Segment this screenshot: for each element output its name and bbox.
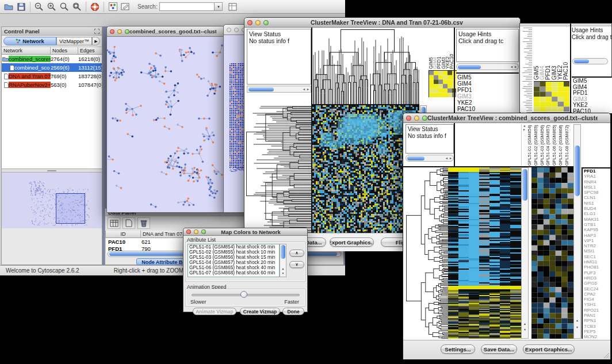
corner-zoom-heatmap[interactable]: [534, 81, 569, 112]
delete-attribute-icon[interactable]: [137, 217, 150, 229]
animate-vizmap-button[interactable]: Animate Vizmap: [193, 308, 236, 315]
close-icon[interactable]: [406, 116, 411, 121]
scroll-right-icon[interactable]: ►: [514, 65, 517, 68]
gene-list-item[interactable]: GIM3: [457, 93, 518, 99]
tv2-zoom-heatmap[interactable]: [531, 167, 573, 339]
gene-list-item[interactable]: NIS1: [584, 201, 609, 206]
panel-splitter[interactable]: [2, 168, 102, 173]
tab-network[interactable]: Network: [3, 37, 56, 45]
scroll-right-icon[interactable]: ►: [449, 156, 452, 160]
gene-list-item[interactable]: RNR4: [584, 179, 609, 185]
scroll-up-icon[interactable]: ▲: [574, 319, 580, 322]
done-button[interactable]: Done: [282, 308, 304, 315]
hscroll-thumb[interactable]: [248, 87, 274, 91]
gene-list-item[interactable]: RPO21: [584, 308, 609, 313]
minimize-icon[interactable]: [414, 116, 419, 121]
export-graphics-button[interactable]: Export Graphics...: [523, 344, 575, 354]
close-icon[interactable]: [247, 20, 253, 25]
tv2-row-dendrogram[interactable]: [406, 167, 448, 339]
corner-hscrollbar[interactable]: [572, 58, 608, 64]
tv2-gene-list[interactable]: PFD1YRA1RNR4MSL1SPC98CLN1NIS1BUD4ELG1MAK…: [582, 167, 610, 339]
zoom-selected-icon[interactable]: [58, 1, 71, 13]
scroll-left-icon[interactable]: ◄: [445, 156, 448, 160]
network-overview[interactable]: [2, 173, 102, 228]
gene-list-item[interactable]: PAN1: [584, 313, 609, 318]
resize-grip-icon[interactable]: [603, 352, 610, 359]
move-up-button[interactable]: ∧: [289, 250, 304, 256]
save-data-button[interactable]: Save Data...: [481, 344, 517, 354]
attribute-setup-icon[interactable]: [226, 1, 239, 13]
gene-list-item[interactable]: PFD1: [584, 168, 609, 174]
zoom-fit-icon[interactable]: [71, 1, 83, 13]
help-lifering-icon[interactable]: [89, 1, 101, 13]
network-list-row[interactable]: RNAPuberNov2+563(0)107847(0): [2, 81, 102, 89]
gene-list-item[interactable]: CPA2: [584, 292, 609, 297]
tab-overflow-icon[interactable]: ▶: [92, 37, 100, 45]
float-panel-icon[interactable]: [94, 29, 100, 34]
gene-list-item[interactable]: GIM4: [573, 85, 611, 91]
vscroll-thumb[interactable]: [522, 169, 527, 201]
corner-gene-list[interactable]: GIM5GIM4PFD1GIM3YKE2PAC10: [572, 76, 612, 113]
zoom-out-icon[interactable]: [33, 1, 45, 13]
network-list-row[interactable]: DNA and Tran 07769(0)183728(0): [2, 72, 102, 81]
new-attribute-icon[interactable]: [123, 217, 135, 229]
tab-vizmapper[interactable]: VizMapper™: [56, 37, 92, 45]
speed-slider-thumb[interactable]: [240, 291, 247, 298]
gene-list-item[interactable]: HMG1: [584, 259, 609, 265]
vscroll-thumb[interactable]: [575, 145, 580, 196]
gene-list-item[interactable]: GIM5: [457, 74, 518, 81]
tv1-row-dendrogram[interactable]: [246, 105, 311, 233]
scroll-left-icon[interactable]: ◄: [303, 87, 305, 91]
tv2-status-hscrollbar[interactable]: ◄►: [406, 155, 454, 162]
gene-list-item[interactable]: GTB1: [584, 222, 609, 227]
tv1-status-hscrollbar[interactable]: ◄►: [247, 86, 311, 93]
save-icon[interactable]: [15, 1, 28, 13]
tv1-hints-hscrollbar[interactable]: ◄►: [456, 63, 519, 70]
gene-list-item[interactable]: RPN1: [584, 318, 609, 323]
open-file-icon[interactable]: [2, 1, 15, 13]
network-list-row[interactable]: combined_sco2569(6)13112(15): [2, 63, 102, 72]
gene-list-item[interactable]: YSH1: [584, 302, 609, 307]
network-view-titlebar[interactable]: combined_scores_good.txt--cluste...: [107, 26, 228, 37]
gene-list-item[interactable]: VIP1: [584, 238, 609, 243]
gene-list-item[interactable]: FIG4: [584, 297, 609, 302]
hscroll-thumb[interactable]: [407, 156, 424, 160]
hscroll-thumb[interactable]: [574, 59, 589, 63]
network-list-row[interactable]: combined_scores_2764(0)16218(0): [2, 55, 102, 63]
treeview1-titlebar[interactable]: ClusterMaker TreeView : DNA and Tran 07-…: [244, 18, 520, 28]
move-down-button[interactable]: ∨: [289, 261, 304, 268]
gene-list-item[interactable]: MSL1: [584, 185, 609, 190]
close-icon[interactable]: [110, 29, 114, 34]
gene-list-item[interactable]: SEC24: [584, 286, 609, 292]
scroll-left-icon[interactable]: ◄: [510, 65, 513, 68]
attribute-list-item[interactable]: GPL51-07 (GSM868) heat shock 60 min: [189, 270, 279, 275]
gene-list-item[interactable]: KAP95: [584, 227, 609, 232]
attribute-list-vscrollbar[interactable]: ▲ ▼: [280, 244, 286, 277]
zoom-window-icon[interactable]: [125, 29, 129, 34]
edit-annotation-icon[interactable]: [119, 1, 132, 13]
tv1-column-dendrogram[interactable]: [312, 29, 419, 104]
tv2-column-scroll-strip[interactable]: ◄►: [521, 124, 527, 166]
gene-list-item[interactable]: HRD3: [584, 275, 609, 281]
col-network[interactable]: Network: [2, 47, 51, 55]
background-treeview-titlebar[interactable]: [520, 24, 611, 26]
hscroll-thumb[interactable]: [458, 65, 481, 69]
treeview2-titlebar[interactable]: ClusterMaker TreeView : combined_scores_…: [403, 113, 610, 123]
gene-list-item[interactable]: YRA1: [584, 174, 609, 179]
tv2-global-heatmap[interactable]: [448, 167, 521, 339]
col-nodes[interactable]: Nodes: [51, 47, 78, 55]
data-col-id[interactable]: ID: [105, 231, 141, 238]
gene-list-item[interactable]: TCB3: [584, 324, 609, 329]
attribute-list[interactable]: GPL51-01 (GSM854) heat shock 05 minGPL51…: [188, 244, 280, 277]
close-icon[interactable]: [186, 229, 191, 234]
search-dropdown-icon[interactable]: ▼: [215, 2, 223, 11]
gene-list-item[interactable]: GIM4: [457, 81, 518, 87]
gene-list-item[interactable]: YKE2: [457, 99, 518, 106]
zoom-window-icon[interactable]: [201, 229, 206, 234]
gene-list-item[interactable]: GPI16: [584, 281, 609, 286]
dialog-titlebar[interactable]: Map Colors to Network: [183, 228, 307, 236]
gene-list-item[interactable]: MAK31: [584, 217, 609, 222]
gene-list-item[interactable]: MON2: [584, 334, 609, 339]
vizmapper-icon[interactable]: [106, 1, 119, 13]
zoom-window-icon[interactable]: [422, 116, 427, 121]
